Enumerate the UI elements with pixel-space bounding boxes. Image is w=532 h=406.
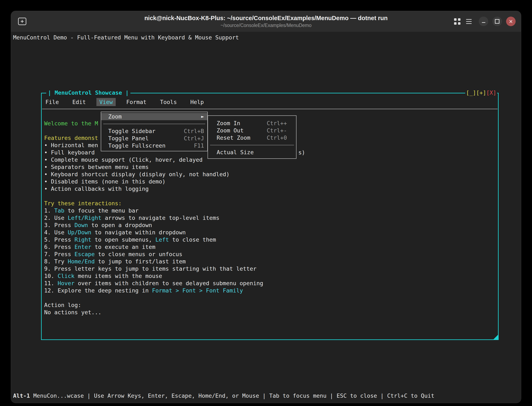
maximize-button[interactable]: [492, 17, 502, 26]
menu-item-label: Toggle Sidebar: [108, 127, 155, 135]
menubar-item-tools[interactable]: Tools: [157, 98, 180, 106]
menubar-item-format[interactable]: Format: [123, 98, 149, 106]
tui-window: | MenuControl Showcase | [_][+][X] FileE…: [41, 93, 499, 340]
menu-item-label: Toggle Panel: [108, 135, 149, 142]
menubar-item-view[interactable]: View: [96, 98, 116, 106]
tui-maximize-button[interactable]: [+]: [476, 89, 486, 96]
content-line: 2. Use Left/Right arrows to navigate top…: [44, 214, 496, 221]
statusbar: Alt-1 MenuCon...wcase | Use Arrow Keys, …: [13, 392, 434, 399]
content-line: 9. Press letter keys to jump to items st…: [44, 265, 496, 272]
submenu-item-zoom-out[interactable]: Zoom OutCtrl+-: [208, 127, 296, 134]
menu-item-label: Zoom Out: [217, 127, 244, 134]
content-line: 11. Hover over items with children to se…: [44, 280, 496, 287]
menu-item-shortcut: Ctrl+-: [267, 127, 287, 134]
content-line: 10. Click menu items with the mouse: [44, 272, 496, 280]
tui-close-button[interactable]: [X]: [486, 89, 496, 96]
app-header-line: MenuControl Demo - Full-Featured Menu wi…: [13, 34, 239, 41]
content-line: [44, 192, 496, 200]
window-controls: [451, 15, 516, 27]
terminal-window: nick@nick-NucBox-K8-Plus: ~/source/Conso…: [11, 11, 521, 403]
content-line: 7. Press Escape to close menus or unfocu…: [44, 251, 496, 258]
close-icon: [509, 19, 513, 23]
menu-item-shortcut: Ctrl+J: [184, 135, 204, 142]
submenu-item-reset-zoom[interactable]: Reset ZoomCtrl+0: [208, 134, 296, 141]
resize-handle[interactable]: [493, 334, 499, 340]
submenu-item-zoom-in[interactable]: Zoom InCtrl++: [208, 120, 296, 127]
new-tab-button[interactable]: [16, 15, 28, 27]
window-title: nick@nick-NucBox-K8-Plus: ~/source/Conso…: [108, 15, 424, 22]
window-overview-button[interactable]: [451, 15, 463, 27]
content-line: [44, 294, 496, 301]
dropdown-separator: [101, 120, 207, 127]
menu-item-label: Zoom In: [217, 120, 240, 127]
content-line: 12. Explore the deep nesting in Format >…: [44, 287, 496, 294]
content-line: • Separators between menu items: [44, 163, 496, 171]
statusbar-segment: Alt-1: [13, 392, 30, 399]
menu-item-shortcut: F11: [194, 142, 204, 149]
content-line: • Action callbacks with logging: [44, 185, 496, 192]
dropdown-item-toggle-fullscreen[interactable]: Toggle FullscreenF11: [101, 142, 207, 149]
content-line: Try these interactions:: [44, 200, 496, 207]
tui-title: | MenuControl Showcase |: [46, 89, 130, 96]
maximize-icon: [495, 19, 499, 24]
grid-icon: [454, 18, 461, 25]
submenu-item-actual-size[interactable]: Actual Size: [208, 149, 296, 156]
close-button[interactable]: [506, 17, 516, 26]
content-line: 6. Press Enter to execute an item: [44, 243, 496, 251]
menubar-item-file[interactable]: File: [42, 98, 62, 106]
content-line: 1. Tab to focus the menu bar: [44, 207, 496, 214]
content-line: No actions yet...: [44, 309, 496, 316]
submenu-separator: [208, 141, 296, 149]
titlebar-titles: nick@nick-NucBox-K8-Plus: ~/source/Conso…: [108, 15, 424, 28]
content-line: 4. Use Up/Down to navigate within dropdo…: [44, 229, 496, 236]
minimize-icon: [482, 22, 485, 23]
menubar-item-edit[interactable]: Edit: [70, 98, 89, 106]
app-menu-button[interactable]: [463, 15, 475, 27]
statusbar-segment: MenuCon...wcase | Use Arrow Keys, Enter,…: [30, 392, 434, 399]
content-line: Action log:: [44, 301, 496, 309]
zoom-submenu: Zoom InCtrl++Zoom OutCtrl+-Reset ZoomCtr…: [208, 116, 296, 159]
menubar-separator: [42, 109, 497, 109]
tui-window-buttons: [_][+][X]: [465, 89, 497, 96]
window-subtitle: ~/source/ConsoleEx/Examples/MenuDemo: [108, 23, 424, 28]
menubar-item-help[interactable]: Help: [187, 98, 207, 106]
dropdown-item-toggle-sidebar[interactable]: Toggle SidebarCtrl+B: [101, 127, 207, 135]
view-dropdown-menu: Zoom►Toggle SidebarCtrl+BToggle PanelCtr…: [101, 112, 208, 151]
tui-minimize-button[interactable]: [_]: [466, 89, 476, 96]
submenu-arrow-icon: ►: [201, 113, 204, 120]
menu-item-shortcut: Ctrl++: [267, 120, 287, 127]
menu-item-label: Actual Size: [217, 149, 254, 156]
content-line: 3. Press Down to open a dropdown: [44, 221, 496, 229]
content-line: • Keyboard shortcut display (display onl…: [44, 171, 496, 178]
menu-item-shortcut: Ctrl+B: [184, 127, 204, 135]
titlebar[interactable]: nick@nick-NucBox-K8-Plus: ~/source/Conso…: [11, 11, 521, 32]
content-line: • Disabled items (none in this demo): [44, 178, 496, 185]
hamburger-icon: [466, 19, 472, 24]
minimize-button[interactable]: [479, 17, 488, 26]
tui-menubar: FileEditViewFormatToolsHelp: [42, 98, 207, 106]
dropdown-item-toggle-panel[interactable]: Toggle PanelCtrl+J: [101, 135, 207, 142]
menu-item-label: Toggle Fullscreen: [108, 142, 165, 149]
terminal-screen[interactable]: MenuControl Demo - Full-Featured Menu wi…: [11, 32, 521, 403]
menu-item-label: Zoom: [108, 113, 122, 120]
menu-item-label: Reset Zoom: [217, 134, 251, 141]
new-tab-icon: [18, 18, 26, 25]
content-line: 8. Try Home/End to jump to first/last it…: [44, 258, 496, 265]
content-line: 5. Press Right to open submenus, Left to…: [44, 236, 496, 243]
menu-item-shortcut: Ctrl+0: [267, 134, 287, 141]
dropdown-item-zoom[interactable]: Zoom►: [101, 113, 207, 120]
